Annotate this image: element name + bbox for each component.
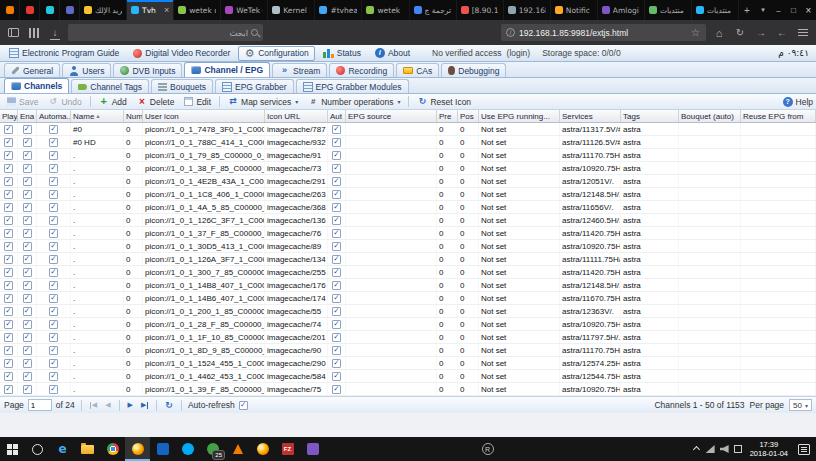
column-header[interactable]: Num [124,110,143,122]
edge-app[interactable]: e [50,437,75,461]
table-row[interactable]: ✓✓✓.0picon://1_0_1_300_7_85_C00000_0_0_0… [0,266,816,279]
table-row[interactable]: ✓✓✓.0picon://1_0_1_126A_3F7_1_C00000_0_0… [0,253,816,266]
tab-configuration[interactable]: ⚙Configuration [238,46,315,61]
table-row[interactable]: ✓✓✓.0picon://1_0_1_4462_453_1_C00000_0_0… [0,370,816,383]
undo-button[interactable]: ↺Undo [44,96,85,108]
browser-tab[interactable]: 192.168.1.85:9 [504,0,551,20]
browser-tab[interactable]: منتديات [645,0,692,20]
row-checkbox[interactable]: ✓ [23,294,32,303]
cortana-button[interactable] [25,437,50,461]
row-checkbox[interactable]: ✓ [4,255,13,264]
map-services-button[interactable]: ⇄Map services [224,96,302,108]
table-row[interactable]: ✓✓✓.0picon://1_0_1_1524_455_1_C00000_0_0… [0,357,816,370]
row-checkbox[interactable]: ✓ [23,242,32,251]
app-green[interactable]: 25 [200,437,225,461]
network-icon[interactable] [706,445,715,453]
new-tab-icon[interactable] [739,0,755,20]
row-checkbox[interactable]: ✓ [23,229,32,238]
table-row[interactable]: ✓✓✓.0picon://1_0_1_38_F_85_C00000_0_0_0.… [0,162,816,175]
row-checkbox[interactable]: ✓ [332,125,341,134]
row-checkbox[interactable]: ✓ [4,151,13,160]
row-checkbox[interactable]: ✓ [49,164,58,173]
vlc-app[interactable] [225,437,250,461]
row-checkbox[interactable]: ✓ [4,203,13,212]
row-checkbox[interactable]: ✓ [332,307,341,316]
table-row[interactable]: ✓✓✓.0picon://1_0_1_14B8_407_1_C00000_0_0… [0,279,816,292]
row-checkbox[interactable]: ✓ [4,138,13,147]
tab-channel-epg[interactable]: Channel / EPG [184,62,270,77]
maximize-button[interactable] [786,0,801,20]
row-checkbox[interactable]: ✓ [332,320,341,329]
row-checkbox[interactable]: ✓ [332,333,341,342]
row-checkbox[interactable]: ✓ [332,372,341,381]
row-checkbox[interactable]: ✓ [332,216,341,225]
row-checkbox[interactable]: ✓ [4,242,13,251]
column-header[interactable]: Automa... [37,110,71,122]
browser-tab[interactable]: Notific [551,0,598,20]
table-row[interactable]: ✓✓✓.0picon://1_0_1_14B6_407_1_C00000_0_0… [0,292,816,305]
table-row[interactable]: ✓✓✓.0picon://1_0_1_8D_9_85_C00000_0_0_0.… [0,344,816,357]
tab-epg-grabber[interactable]: EPG Grabber [215,79,294,93]
table-row[interactable]: ✓✓✓#00picon://1_0_1_7478_3F0_1_C00000_0_… [0,123,816,136]
row-checkbox[interactable]: ✓ [332,242,341,251]
tab-stream[interactable]: »Stream [272,63,327,77]
table-row[interactable]: ✓✓✓.0picon://1_0_1_28_F_85_C00000_0_0_0.… [0,318,816,331]
row-checkbox[interactable]: ✓ [4,294,13,303]
tab-close-icon[interactable]: × [164,6,169,15]
row-checkbox[interactable]: ✓ [49,190,58,199]
row-checkbox[interactable]: ✓ [23,255,32,264]
row-checkbox[interactable]: ✓ [49,138,58,147]
browser-tab[interactable]: WeTek C [221,0,268,20]
column-header[interactable]: Use EPG running... [479,110,560,122]
explorer-app[interactable] [75,437,100,461]
row-checkbox[interactable]: ✓ [49,385,58,394]
add-button[interactable]: +Add [95,96,131,108]
table-row[interactable]: ✓✓✓.0picon://1_0_1_200_1_85_C00000_0_0_0… [0,305,816,318]
pinned-tab[interactable] [20,0,40,20]
volume-icon[interactable] [720,445,729,453]
browser-tab[interactable]: ترجمة ج [410,0,457,20]
row-checkbox[interactable]: ✓ [49,177,58,186]
start-button[interactable] [0,437,25,461]
row-checkbox[interactable]: ✓ [23,320,32,329]
menu-button[interactable] [795,25,811,41]
taskbar-clock[interactable]: 17:39 2018-01-04 [747,440,791,458]
browser-tab[interactable]: wetek [362,0,409,20]
table-row[interactable]: ✓✓✓.0picon://1_0_1_4A_5_85_C00000_0_0_0.… [0,201,816,214]
pinned-tab[interactable] [40,0,60,20]
bookmark-star-icon[interactable] [690,27,701,38]
row-checkbox[interactable]: ✓ [332,359,341,368]
firefox-app-2[interactable] [250,437,275,461]
column-header[interactable]: Reuse EPG from [741,110,816,122]
last-page-button[interactable] [139,401,150,409]
row-checkbox[interactable]: ✓ [23,372,32,381]
row-checkbox[interactable]: ✓ [332,177,341,186]
row-checkbox[interactable]: ✓ [49,203,58,212]
browser-tab[interactable]: Kernel 3 [268,0,315,20]
first-page-button[interactable] [88,401,99,409]
tab-dvr[interactable]: Digital Video Recorder [127,46,236,60]
column-header[interactable]: Tags [621,110,679,122]
row-checkbox[interactable]: ✓ [4,320,13,329]
r-app[interactable]: R [475,437,500,461]
row-checkbox[interactable]: ✓ [49,242,58,251]
reset-icon-button[interactable]: ↻Reset Icon [413,96,475,108]
row-checkbox[interactable]: ✓ [4,164,13,173]
row-checkbox[interactable]: ✓ [332,190,341,199]
login-link[interactable]: (login) [507,48,531,58]
row-checkbox[interactable]: ✓ [49,125,58,134]
row-checkbox[interactable]: ✓ [332,229,341,238]
help-button[interactable]: ? Help [783,97,813,107]
browser-tab[interactable]: [8.90.1] [457,0,504,20]
row-checkbox[interactable]: ✓ [4,177,13,186]
page-input[interactable] [28,399,52,411]
home-icon[interactable] [711,25,727,41]
row-checkbox[interactable]: ✓ [49,151,58,160]
tab-general[interactable]: General [4,63,60,77]
column-header[interactable]: Ena [18,110,37,122]
per-page-select[interactable]: 50 [789,399,812,411]
row-checkbox[interactable]: ✓ [4,229,13,238]
downloads-icon[interactable] [47,25,63,41]
browser-tab[interactable]: البريد الإلك [80,0,127,20]
row-checkbox[interactable]: ✓ [4,307,13,316]
